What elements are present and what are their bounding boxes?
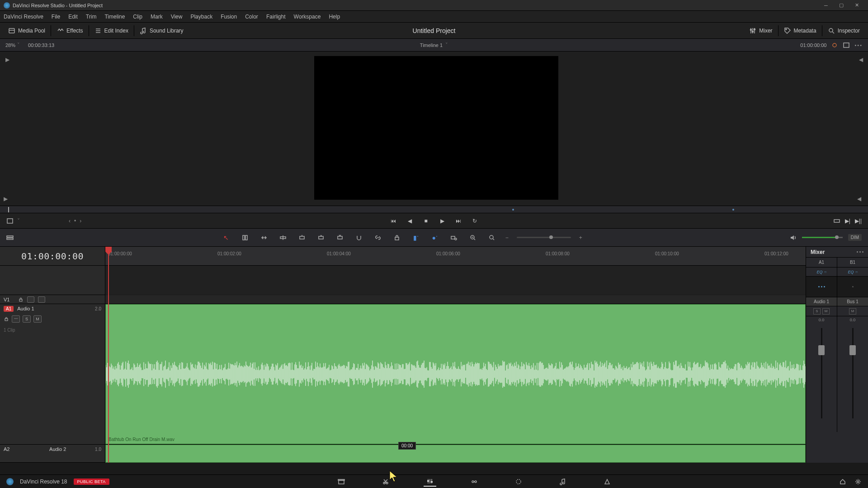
eq-curve[interactable] <box>806 277 837 297</box>
menu-item[interactable]: View <box>171 14 183 20</box>
eq-curve[interactable] <box>837 277 868 297</box>
loop-button[interactable]: ↻ <box>470 216 480 226</box>
solo-button[interactable]: S <box>23 315 31 323</box>
options-icon[interactable] <box>857 251 863 253</box>
menu-item[interactable]: Color <box>245 14 258 20</box>
single-viewer-icon[interactable] <box>843 42 850 49</box>
chevron-down-icon[interactable]: ˅ <box>17 42 20 48</box>
timeline-ruler[interactable]: 01:00:00:00 01:00:02:00 01:00:04:00 01:0… <box>105 247 806 266</box>
a1-lane[interactable]: placeholder Bathtub On Run Off Drain M.w… <box>105 304 806 445</box>
track-header-v1[interactable]: V1 <box>0 295 105 304</box>
chevron-down-icon[interactable]: ˅ <box>17 218 20 224</box>
timeline-view-icon[interactable] <box>6 234 14 241</box>
link-button[interactable] <box>373 232 383 243</box>
dynamic-trim-tool[interactable] <box>259 232 269 243</box>
nav-next-icon[interactable]: › <box>80 218 81 224</box>
flag-button[interactable]: ▮˅ <box>410 232 421 243</box>
track-header-a2[interactable]: A2 Audio 2 1.0 <box>0 445 105 463</box>
mute-button[interactable]: M <box>822 308 830 314</box>
first-frame-button[interactable]: ⏮ <box>388 216 398 226</box>
track-badge[interactable]: A1 <box>4 306 14 312</box>
next-clip-icon[interactable]: ◀ <box>857 196 864 203</box>
selection-tool[interactable]: ↖ <box>221 232 231 243</box>
menu-item[interactable]: Fairlight <box>266 14 286 20</box>
menu-item[interactable]: Fusion <box>221 14 237 20</box>
waveform-toggle[interactable]: 〰 <box>12 315 20 323</box>
viewer-canvas[interactable] <box>314 56 558 200</box>
go-end-button[interactable]: ▶|| <box>855 218 862 224</box>
timeline-name[interactable]: Timeline 1 <box>420 42 443 48</box>
trim-tool[interactable] <box>240 232 250 243</box>
bypass-icon[interactable] <box>831 42 838 49</box>
menu-item[interactable]: File <box>52 14 60 20</box>
lock-icon[interactable] <box>4 316 9 322</box>
lock-icon[interactable] <box>18 297 24 302</box>
fader[interactable] <box>806 324 837 432</box>
fusion-page-button[interactable] <box>468 477 481 487</box>
mixer-button[interactable]: Mixer <box>745 25 776 36</box>
eq-button[interactable]: EQ⎓ <box>837 267 868 277</box>
play-button[interactable]: ▶ <box>437 216 447 226</box>
replace-clip-button[interactable] <box>335 232 345 243</box>
last-frame-button[interactable]: ⏭ <box>453 216 463 226</box>
range-zoom-button[interactable] <box>448 232 459 243</box>
audio-clip[interactable]: placeholder Bathtub On Run Off Drain M.w… <box>105 304 806 444</box>
menu-item[interactable]: Edit <box>68 14 78 20</box>
lock-button[interactable] <box>392 232 402 243</box>
snap-button[interactable] <box>354 232 364 243</box>
menu-item[interactable]: DaVinci Resolve <box>4 14 43 20</box>
close-button[interactable]: ✕ <box>849 1 864 10</box>
zoom-slider[interactable] <box>517 237 571 238</box>
thumb-toggle[interactable] <box>27 296 34 303</box>
fairlight-page-button[interactable] <box>557 477 569 487</box>
mute-button[interactable]: M <box>33 315 42 323</box>
stop-button[interactable]: ■ <box>421 216 431 226</box>
overwrite-clip-button[interactable] <box>316 232 326 243</box>
inspector-button[interactable]: Inspector <box>824 25 863 36</box>
safe-area-icon[interactable] <box>6 217 14 225</box>
menu-item[interactable]: Playback <box>190 14 212 20</box>
menu-item[interactable]: Mark <box>151 14 163 20</box>
go-out-button[interactable]: ▶| <box>845 218 850 224</box>
dim-button[interactable]: DIM <box>848 234 862 241</box>
metadata-button[interactable]: Metadata <box>780 25 820 36</box>
marker-button[interactable]: ●˅ <box>429 232 440 243</box>
zoom-out-icon[interactable]: − <box>505 235 509 241</box>
volume-slider[interactable] <box>802 237 843 238</box>
viewer-scrub[interactable] <box>0 206 868 213</box>
nav-dot-icon[interactable]: • <box>74 218 76 224</box>
options-icon[interactable]: ••• <box>854 42 863 48</box>
edit-index-button[interactable]: Edit Index <box>91 25 132 36</box>
insert-clip-button[interactable] <box>297 232 307 243</box>
fader[interactable] <box>837 324 868 432</box>
media-pool-button[interactable]: Media Pool <box>5 25 49 36</box>
solo-button[interactable]: S <box>813 308 821 314</box>
media-page-button[interactable] <box>335 477 348 487</box>
next-edit-icon[interactable]: ◀ <box>857 56 864 63</box>
db-value[interactable]: 0.0 <box>837 316 868 324</box>
detail-zoom-button[interactable] <box>467 232 478 243</box>
menu-item[interactable]: Workspace <box>294 14 321 20</box>
chevron-down-icon[interactable]: ˅ <box>445 42 448 48</box>
menu-item[interactable]: Timeline <box>104 14 125 20</box>
db-value[interactable]: 0.0 <box>806 316 837 324</box>
settings-icon[interactable] <box>854 478 862 485</box>
volume-icon[interactable] <box>789 234 797 241</box>
custom-zoom-button[interactable] <box>486 232 497 243</box>
menu-item[interactable]: Help <box>329 14 340 20</box>
timecode-box[interactable]: 01:00:00:00 <box>0 247 105 266</box>
minimize-button[interactable]: ─ <box>818 1 834 10</box>
menu-item[interactable]: Trim <box>86 14 97 20</box>
track-header-a1[interactable]: A1 Audio 1 2.0 〰 S M 1 Clip <box>0 304 105 445</box>
edit-page-button[interactable] <box>424 477 436 487</box>
a2-lane[interactable] <box>105 445 806 463</box>
prev-clip-icon[interactable]: ▶ <box>4 196 11 203</box>
eq-button[interactable]: EQ⎓ <box>806 267 837 277</box>
sound-library-button[interactable]: Sound Library <box>136 25 187 36</box>
timeline-lanes[interactable]: 01:00:00:00 01:00:02:00 01:00:04:00 01:0… <box>105 247 806 463</box>
deliver-page-button[interactable] <box>601 477 613 487</box>
viewer-zoom[interactable]: 28% <box>5 42 15 48</box>
menu-item[interactable]: Clip <box>133 14 142 20</box>
zoom-in-icon[interactable]: + <box>579 235 582 241</box>
prev-frame-button[interactable]: ◀ <box>405 216 415 226</box>
